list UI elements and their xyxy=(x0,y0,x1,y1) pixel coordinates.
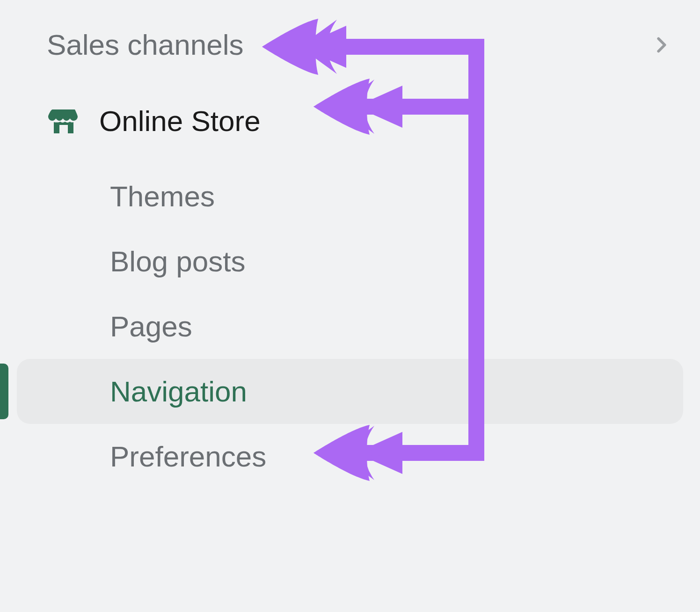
sidebar-item-online-store[interactable]: Online Store xyxy=(0,92,700,150)
sidebar-item-themes[interactable]: Themes xyxy=(0,164,700,229)
sidebar-item-label: Themes xyxy=(110,180,215,213)
sidebar-item-label: Blog posts xyxy=(110,245,246,278)
sidebar-item-pages[interactable]: Pages xyxy=(0,294,700,359)
sidebar-item-label: Online Store xyxy=(99,104,261,138)
sidebar-subnav: Themes Blog posts Pages Navigation Prefe… xyxy=(0,164,700,489)
sidebar-item-blog-posts[interactable]: Blog posts xyxy=(0,229,700,294)
sidebar-item-label: Pages xyxy=(110,310,192,343)
store-icon xyxy=(47,104,80,138)
sidebar: Sales channels Online Store Themes Blog … xyxy=(0,0,700,489)
selected-indicator xyxy=(0,364,8,419)
section-header-label: Sales channels xyxy=(47,28,244,61)
sidebar-item-preferences[interactable]: Preferences xyxy=(0,424,700,489)
chevron-right-icon[interactable] xyxy=(650,34,672,56)
section-header-sales-channels[interactable]: Sales channels xyxy=(0,23,700,66)
sidebar-item-label: Navigation xyxy=(110,375,247,408)
sidebar-item-label: Preferences xyxy=(110,440,266,473)
sidebar-item-navigation[interactable]: Navigation xyxy=(0,359,700,424)
